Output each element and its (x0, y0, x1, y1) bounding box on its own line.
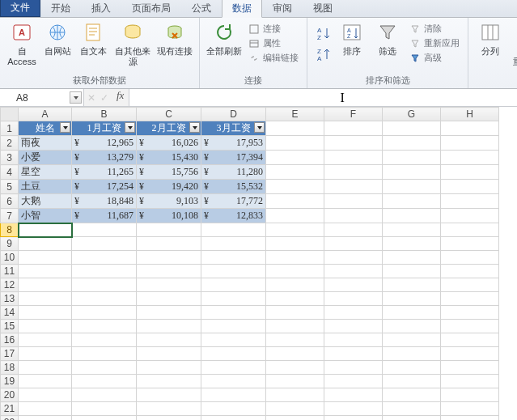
cell[interactable] (266, 416, 324, 421)
cell[interactable] (72, 416, 137, 421)
table-header-cell[interactable]: 1月工资 (72, 121, 137, 136)
cell[interactable]: 小爱 (19, 151, 72, 165)
cell[interactable]: ¥9,103 (137, 194, 201, 209)
cell[interactable]: ¥11,280 (201, 165, 266, 180)
cell[interactable] (137, 265, 201, 278)
cell[interactable] (324, 237, 383, 251)
cell[interactable] (324, 361, 383, 375)
cell[interactable] (201, 306, 266, 320)
cell[interactable] (441, 347, 499, 361)
cell[interactable] (19, 375, 72, 388)
cell[interactable]: ¥17,772 (201, 194, 266, 209)
cell[interactable] (19, 347, 72, 361)
cell[interactable] (441, 306, 499, 320)
advanced-button[interactable]: 高级 (408, 51, 461, 65)
cell[interactable] (383, 278, 441, 292)
cell[interactable] (441, 320, 499, 333)
cell[interactable] (383, 121, 441, 136)
cell[interactable] (441, 278, 499, 292)
cell[interactable] (383, 237, 441, 251)
tab-insert[interactable]: 插入 (81, 0, 121, 17)
cell[interactable] (72, 375, 137, 388)
cell[interactable] (441, 194, 499, 209)
cell[interactable]: ¥17,394 (201, 151, 266, 165)
cell[interactable] (383, 209, 441, 223)
cell[interactable]: ¥16,026 (137, 136, 201, 151)
cell[interactable] (19, 251, 72, 265)
col-header-C[interactable]: C (137, 108, 201, 121)
row-header[interactable]: 4 (1, 165, 19, 180)
cell[interactable] (383, 320, 441, 333)
cell[interactable] (441, 402, 499, 416)
cell[interactable] (324, 416, 383, 421)
cell[interactable] (324, 306, 383, 320)
from-text-button[interactable]: 自文本 (76, 19, 110, 58)
cell[interactable] (19, 306, 72, 320)
col-header-E[interactable]: E (266, 108, 324, 121)
cell[interactable] (201, 416, 266, 421)
cell[interactable] (383, 333, 441, 347)
row-header[interactable]: 13 (1, 292, 19, 306)
cell[interactable] (137, 333, 201, 347)
cell[interactable] (324, 251, 383, 265)
remove-dup-button[interactable]: × 删除 重复项 (509, 19, 517, 69)
row-header[interactable]: 2 (1, 136, 19, 151)
cell[interactable] (266, 237, 324, 251)
cell[interactable] (137, 375, 201, 388)
cell[interactable] (266, 151, 324, 165)
cell[interactable] (19, 265, 72, 278)
filter-dropdown-button[interactable] (60, 122, 70, 133)
cell[interactable] (201, 278, 266, 292)
text-to-cols-button[interactable]: 分列 (473, 19, 507, 58)
cell[interactable] (266, 180, 324, 194)
cell[interactable]: ¥12,965 (72, 136, 137, 151)
cell[interactable] (266, 320, 324, 333)
name-box-dropdown[interactable] (70, 91, 82, 104)
cell[interactable] (441, 265, 499, 278)
row-header[interactable]: 20 (1, 388, 19, 402)
cell[interactable]: 小智 (19, 209, 72, 223)
tab-formula[interactable]: 公式 (181, 0, 222, 17)
cell[interactable] (441, 388, 499, 402)
cell[interactable] (441, 165, 499, 180)
cell[interactable] (441, 136, 499, 151)
cell[interactable] (266, 136, 324, 151)
cell[interactable] (137, 402, 201, 416)
cell[interactable] (201, 292, 266, 306)
sort-desc-button[interactable]: ZA (312, 44, 333, 65)
fx-label[interactable]: fx (112, 89, 129, 106)
cell[interactable] (324, 402, 383, 416)
cell[interactable] (19, 237, 72, 251)
cell[interactable] (441, 361, 499, 375)
cell[interactable] (383, 361, 441, 375)
cell[interactable] (72, 402, 137, 416)
cell[interactable] (441, 121, 499, 136)
cell[interactable] (201, 402, 266, 416)
cell[interactable] (266, 306, 324, 320)
cell[interactable] (441, 416, 499, 421)
row-header[interactable]: 6 (1, 194, 19, 209)
cell[interactable]: ¥12,833 (201, 209, 266, 223)
cell[interactable] (441, 223, 499, 237)
clear-button[interactable]: 清除 (408, 22, 461, 36)
cell[interactable]: ¥15,532 (201, 180, 266, 194)
cell[interactable]: ¥11,265 (72, 165, 137, 180)
cell[interactable] (441, 151, 499, 165)
cell[interactable] (266, 361, 324, 375)
cell[interactable]: ¥13,279 (72, 151, 137, 165)
cell[interactable] (383, 402, 441, 416)
cell[interactable] (441, 237, 499, 251)
cell[interactable] (137, 416, 201, 421)
edit-links-button[interactable]: 编辑链接 (247, 51, 300, 65)
cell[interactable] (441, 333, 499, 347)
cell[interactable] (266, 209, 324, 223)
cell[interactable] (201, 320, 266, 333)
row-header[interactable]: 18 (1, 361, 19, 375)
cell[interactable] (201, 388, 266, 402)
cell[interactable] (137, 251, 201, 265)
cell[interactable] (324, 151, 383, 165)
col-header-H[interactable]: H (441, 108, 499, 121)
cell[interactable] (383, 223, 441, 237)
cell[interactable] (441, 251, 499, 265)
from-other-button[interactable]: 自其他来源 (112, 19, 154, 69)
